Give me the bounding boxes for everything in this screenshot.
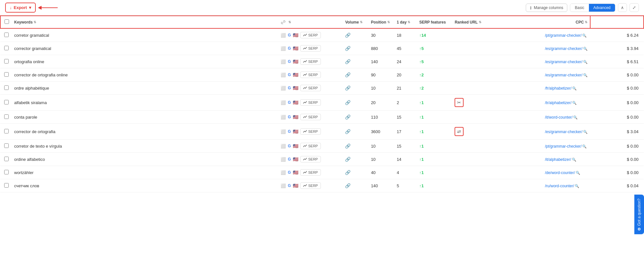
monitor-icon[interactable]: ⬜	[281, 33, 286, 38]
link-icon[interactable]: 🔗	[345, 170, 351, 175]
serp-button[interactable]: SERP	[300, 143, 321, 149]
monitor-icon[interactable]: ⬜	[281, 183, 286, 188]
url-search-icon[interactable]: 🔍	[583, 47, 588, 51]
row-checkbox[interactable]	[4, 72, 9, 77]
link-icon[interactable]: 🔗	[345, 129, 351, 134]
url-search-icon[interactable]: 🔍	[582, 34, 587, 37]
serp-button[interactable]: SERP	[300, 32, 321, 38]
row-checkbox[interactable]	[4, 59, 9, 63]
url-search-icon[interactable]: 🔍	[572, 158, 576, 161]
keywords-sort[interactable]: Keywords ⇅	[14, 20, 36, 24]
monitor-icon[interactable]: ⬜	[281, 73, 286, 77]
link-icon[interactable]: 🔗	[345, 100, 351, 105]
ranked-url-link[interactable]: /it/alphabetizer/	[545, 157, 571, 162]
header-position[interactable]: Position ⇅	[368, 16, 394, 28]
ranked-url-link[interactable]: /es/grammar-checker/	[545, 46, 582, 51]
collapse-button[interactable]: ∧	[618, 3, 627, 12]
google-icon[interactable]: G	[288, 73, 291, 77]
serp-button[interactable]: SERP	[300, 72, 321, 78]
position-sort[interactable]: Position ⇅	[371, 20, 389, 24]
row-checkbox[interactable]	[4, 183, 9, 188]
google-icon[interactable]: G	[288, 86, 291, 90]
google-icon[interactable]: G	[288, 183, 291, 188]
ranked-url-link[interactable]: /es/grammar-checker/	[545, 130, 582, 134]
link-icon[interactable]: 🔗	[345, 46, 351, 51]
row-checkbox[interactable]	[4, 129, 9, 133]
row-checkbox[interactable]	[4, 100, 9, 104]
google-icon[interactable]: G	[288, 170, 291, 175]
monitor-icon[interactable]: ⬜	[281, 59, 286, 64]
header-cpc[interactable]: CPC ⇅	[542, 16, 590, 28]
link-icon[interactable]: 🔗	[345, 72, 351, 77]
header-ranked-url[interactable]: Ranked URL ⇅	[452, 16, 542, 28]
link-icon[interactable]: 🔗	[345, 183, 351, 188]
row-checkbox[interactable]	[4, 114, 9, 119]
url-search-icon[interactable]: 🔍	[575, 184, 579, 188]
monitor-icon[interactable]: ⬜	[281, 46, 286, 51]
url-search-icon[interactable]: 🔍	[583, 73, 588, 77]
monitor-icon[interactable]: ⬜	[281, 129, 286, 134]
ranked-url-link[interactable]: /fr/alphabetizer/	[545, 86, 572, 91]
monitor-icon[interactable]: ⬜	[281, 115, 286, 120]
serp-button[interactable]: SERP	[300, 169, 321, 176]
ranked-url-link[interactable]: /tr/alphabetizer/	[545, 101, 572, 105]
header-one-day[interactable]: 1 day ⇅	[394, 16, 417, 28]
url-sort[interactable]: Ranked URL ⇅	[455, 20, 481, 24]
monitor-icon[interactable]: ⬜	[281, 170, 286, 175]
header-keywords[interactable]: Keywords ⇅	[12, 16, 278, 28]
monitor-icon[interactable]: ⬜	[281, 157, 286, 162]
serp-button[interactable]: SERP	[300, 58, 321, 65]
serp-button[interactable]: SERP	[300, 182, 321, 189]
serp-button[interactable]: SERP	[300, 128, 321, 135]
serp-button[interactable]: SERP	[300, 114, 321, 120]
url-search-icon[interactable]: 🔍	[583, 130, 588, 134]
row-checkbox[interactable]	[4, 46, 9, 50]
url-search-icon[interactable]: 🔍	[582, 144, 587, 148]
expand-button[interactable]: ⤢	[630, 3, 639, 12]
ranked-url-link[interactable]: /it/word-counter/	[545, 115, 572, 120]
row-checkbox[interactable]	[4, 33, 9, 37]
header-volume[interactable]: Volume ⇅	[342, 16, 368, 28]
google-icon[interactable]: G	[288, 59, 291, 64]
row-checkbox[interactable]	[4, 157, 9, 161]
ranked-url-link[interactable]: /pt/grammar-checker/	[545, 144, 582, 149]
basic-toggle-button[interactable]: Basic	[570, 4, 589, 12]
row-checkbox[interactable]	[4, 85, 9, 90]
monitor-icon[interactable]: ⬜	[281, 144, 286, 149]
row-checkbox[interactable]	[4, 143, 9, 148]
google-icon[interactable]: G	[288, 100, 291, 105]
link-icon[interactable]: 🔗	[345, 143, 351, 149]
ranked-url-link[interactable]: /es/grammar-checker/	[545, 60, 582, 64]
day-sort[interactable]: 1 day ⇅	[397, 20, 410, 24]
ranked-url-link[interactable]: /de/word-counter/	[545, 171, 575, 175]
ranked-url-link[interactable]: /es/grammar-checker/	[545, 73, 582, 77]
manage-columns-button[interactable]: ⫿ Manage columns	[526, 4, 567, 12]
link-icon[interactable]: 🔗	[345, 33, 351, 38]
volume-sort[interactable]: Volume ⇅	[345, 20, 362, 24]
export-button[interactable]: ↓ Export ▾	[5, 3, 36, 13]
ranked-url-link[interactable]: /pt/grammar-checker/	[545, 33, 582, 38]
google-icon[interactable]: G	[288, 129, 291, 134]
row-checkbox[interactable]	[4, 170, 9, 174]
serp-button[interactable]: SERP	[300, 156, 321, 162]
select-all-checkbox[interactable]	[5, 19, 9, 24]
serp-button[interactable]: SERP	[300, 99, 321, 106]
ranked-url-link[interactable]: /ru/word-counter/	[545, 184, 574, 188]
url-search-icon[interactable]: 🔍	[576, 171, 580, 175]
google-icon[interactable]: G	[288, 33, 291, 37]
link-icon[interactable]: 🔗	[345, 59, 351, 64]
google-icon[interactable]: G	[288, 157, 291, 161]
serp-button[interactable]: SERP	[300, 85, 321, 91]
google-icon[interactable]: G	[288, 46, 291, 51]
link-icon[interactable]: 🔗	[345, 157, 351, 162]
monitor-icon[interactable]: ⬜	[281, 100, 286, 105]
cpc-sort[interactable]: CPC ⇅	[576, 20, 587, 24]
link-icon[interactable]: 🔗	[345, 114, 351, 120]
google-icon[interactable]: G	[288, 115, 291, 119]
url-search-icon[interactable]: 🔍	[583, 60, 588, 64]
serp-button[interactable]: SERP	[300, 45, 321, 52]
url-search-icon[interactable]: 🔍	[573, 115, 578, 119]
monitor-icon[interactable]: ⬜	[281, 86, 286, 91]
url-search-icon[interactable]: 🔍	[572, 86, 577, 90]
link-icon[interactable]: 🔗	[345, 85, 351, 91]
